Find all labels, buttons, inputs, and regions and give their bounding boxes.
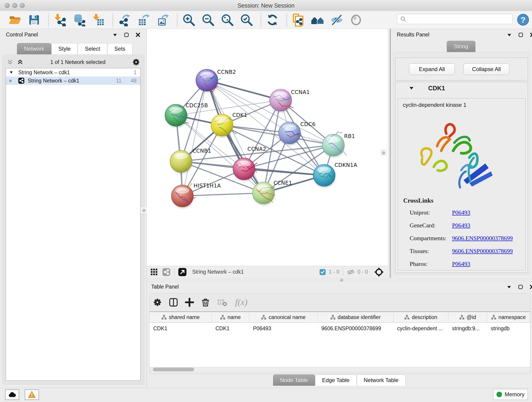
zoom-out-button[interactable] — [201, 13, 215, 27]
birdseye-grid-icon[interactable] — [150, 268, 158, 276]
network-edge-CCNE1-HIST1H1A[interactable] — [182, 193, 264, 196]
crosslink-link[interactable]: P06493 — [452, 261, 470, 268]
panel-menu-icon[interactable] — [506, 284, 512, 290]
show-columns-icon[interactable] — [169, 298, 178, 307]
tab-network-table[interactable]: Network Table — [357, 375, 406, 386]
import-table-button[interactable] — [92, 13, 105, 27]
panel-close-icon[interactable] — [530, 32, 532, 38]
column-header--id[interactable]: @id — [448, 312, 487, 322]
search-input[interactable] — [409, 16, 510, 22]
search-field[interactable] — [397, 14, 513, 24]
show-all-button[interactable] — [349, 13, 363, 27]
network-node-CDKN1A[interactable] — [313, 164, 336, 186]
zoom-fit-button[interactable] — [221, 13, 234, 27]
panel-float-icon[interactable] — [518, 32, 524, 38]
table-cell[interactable]: CDK1 — [150, 323, 212, 334]
left-splitter-handle[interactable] — [140, 207, 147, 213]
network-node-CCNB1[interactable] — [170, 150, 192, 172]
column-header-canonical-name[interactable]: canonical name — [249, 312, 317, 322]
right-splitter-handle[interactable] — [380, 149, 386, 156]
tab-select[interactable]: Select — [78, 43, 107, 54]
zoom-selected-button[interactable] — [240, 13, 253, 27]
panel-menu-icon[interactable] — [112, 32, 118, 38]
splitter-handle-dot[interactable] — [340, 278, 343, 282]
memory-button[interactable]: Memory — [493, 389, 528, 400]
import-network-button[interactable] — [53, 13, 67, 27]
export-table-button[interactable] — [137, 13, 150, 27]
network-node-CDC25B[interactable] — [165, 104, 189, 126]
section-collapse-icon[interactable] — [409, 86, 414, 91]
column-header-description[interactable]: description — [394, 312, 449, 322]
delete-column-icon[interactable] — [201, 298, 210, 307]
network-style-icon[interactable] — [162, 268, 171, 276]
crosslink-link[interactable]: P06493 — [452, 222, 470, 229]
tab-network[interactable]: Network — [17, 43, 51, 54]
horizontal-scrollbar[interactable] — [152, 367, 529, 371]
table-row[interactable]: CDK1CDK1P064939606.ENSP00000378699cyclin… — [150, 323, 530, 334]
gene-detail-box: cyclin-dependent kinase 1 CrossLinks Uni… — [398, 98, 525, 270]
tab-node-table[interactable]: Node Table — [273, 375, 315, 386]
cloud-icon — [8, 391, 16, 398]
expand-all-button[interactable]: Expand All — [409, 64, 455, 75]
scrollbar-thumb[interactable] — [153, 368, 194, 371]
network-edge-CCNB2-HIST1H1A[interactable] — [182, 80, 207, 196]
tab-style[interactable]: Style — [51, 43, 78, 54]
tab-edge-table[interactable]: Edge Table — [315, 375, 357, 386]
panel-close-icon[interactable] — [135, 32, 141, 38]
network-node-CDC6[interactable] — [279, 122, 301, 144]
tree-expanded-icon[interactable] — [9, 70, 13, 75]
export-image-button[interactable] — [156, 13, 170, 27]
table-settings-gear-icon[interactable] — [153, 298, 162, 307]
open-in-browser-icon[interactable] — [178, 268, 187, 276]
export-network-button[interactable] — [118, 13, 131, 27]
crosslink-link[interactable]: 9606.ENSP00000378699 — [452, 248, 513, 255]
collapse-all-icon[interactable] — [7, 59, 13, 65]
table-cell[interactable]: cyclin-dependent ... — [394, 323, 449, 334]
save-session-button[interactable] — [27, 13, 41, 27]
expand-all-icon[interactable] — [17, 59, 24, 65]
network-canvas[interactable]: CCNB2CCNA1CDC25BCDK1CDC6RB1CCNB1CCNA2CDK… — [147, 29, 388, 266]
add-column-icon[interactable] — [185, 298, 194, 307]
navigate-crosshair-icon[interactable] — [374, 267, 384, 277]
first-neighbors-button[interactable] — [311, 13, 324, 27]
cloud-status-button[interactable] — [5, 389, 19, 400]
panel-close-icon[interactable] — [529, 284, 532, 290]
import-database-button[interactable] — [73, 13, 86, 27]
refresh-button[interactable] — [266, 13, 279, 27]
column-header-namespace[interactable]: namespace — [487, 312, 530, 322]
table-cell[interactable]: 9606.ENSP00000378699 — [318, 323, 394, 334]
search-icon — [400, 16, 406, 22]
network-collection-row[interactable]: String Network – cdk1 1 — [6, 68, 140, 77]
panel-menu-icon[interactable] — [507, 32, 512, 38]
column-header-shared-name[interactable]: shared name — [150, 312, 212, 322]
warning-status-button[interactable] — [25, 389, 39, 400]
network-node-HIST1H1A[interactable] — [171, 183, 196, 207]
crosslink-link[interactable]: P06493 — [452, 209, 470, 216]
table-cell[interactable]: stringdb:9... — [448, 323, 487, 334]
network-view[interactable]: CCNB2CCNA1CDC25BCDK1CDC6RB1CCNB1CCNA2CDK… — [147, 29, 388, 266]
horizontal-splitter[interactable] — [147, 278, 532, 282]
clone-network-button[interactable] — [292, 13, 305, 27]
hide-selected-button[interactable] — [330, 13, 343, 27]
help-button[interactable]: ? — [516, 13, 530, 26]
open-session-button[interactable] — [8, 13, 22, 27]
tab-sets[interactable]: Sets — [107, 43, 133, 54]
network-edge-CCNB2-CCNA1[interactable] — [207, 80, 281, 100]
selected-checkbox-icon[interactable] — [319, 269, 326, 275]
panel-float-icon[interactable] — [518, 284, 523, 290]
column-header-database-identifier[interactable]: database identifier — [318, 312, 394, 322]
table-panel-title: Table Panel — [151, 284, 179, 290]
network-row-selected[interactable]: String Network – cdk1 11 48 — [6, 77, 140, 85]
table-cell[interactable]: P06493 — [249, 323, 317, 334]
collapse-all-button[interactable]: Collapse All — [463, 64, 509, 75]
vertical-splitter[interactable] — [388, 29, 391, 278]
column-header-name[interactable]: name — [212, 312, 249, 322]
gear-icon[interactable] — [132, 58, 140, 66]
table-cell[interactable]: CDK1 — [212, 323, 249, 334]
table-cell[interactable]: stringdb — [487, 323, 530, 334]
zoom-in-button[interactable] — [182, 13, 196, 27]
network-node-count: 11 — [116, 78, 122, 84]
panel-float-icon[interactable] — [124, 32, 129, 38]
crosslink-link[interactable]: 9606.ENSP00000378699 — [452, 235, 513, 242]
tab-string[interactable]: String — [447, 41, 475, 52]
